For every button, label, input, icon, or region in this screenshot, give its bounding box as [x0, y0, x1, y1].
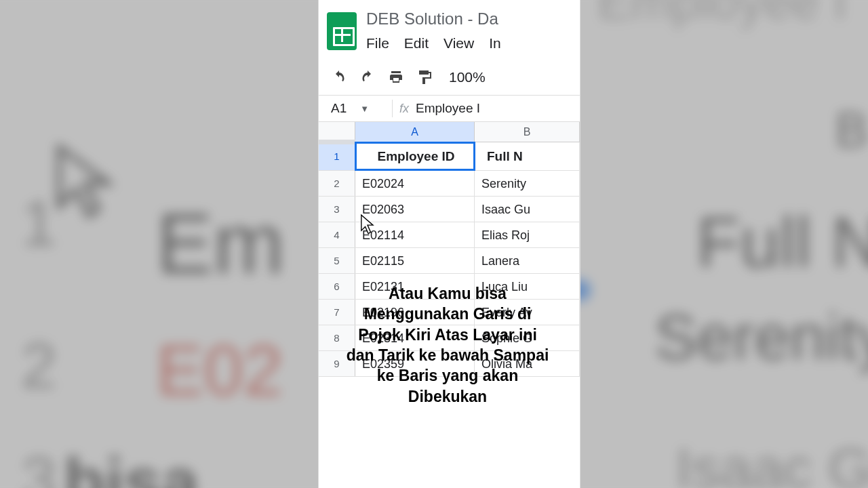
redo-icon[interactable] [359, 70, 376, 85]
row-header-5[interactable]: 5 [319, 248, 355, 273]
row-header-7[interactable]: 7 [319, 300, 355, 325]
table-row: 3 E02063 Isaac Gu [319, 197, 580, 222]
name-box-value: A1 [331, 101, 347, 116]
cell-b3[interactable]: Isaac Gu [475, 197, 580, 222]
freeze-handle[interactable] [319, 140, 355, 144]
name-formula-row: A1 ▼ fx Employee I [319, 95, 580, 122]
formula-bar[interactable]: Employee I [416, 101, 480, 116]
cell-b8[interactable]: Sophie G [475, 325, 580, 350]
cell-a8[interactable]: E02314 [355, 325, 475, 350]
table-row: 1 Employee ID Full N [319, 142, 580, 171]
table-row: 4 E02114 Elias Roj [319, 222, 580, 248]
cell-b7[interactable]: Everly Av [475, 300, 580, 325]
cell-b9[interactable]: Olivia Ma [475, 351, 580, 376]
fx-icon: fx [399, 102, 409, 116]
row-header-1[interactable]: 1 [319, 142, 355, 170]
column-headers: A B [319, 122, 580, 142]
row-header-4[interactable]: 4 [319, 222, 355, 247]
row-header-8[interactable]: 8 [319, 325, 355, 350]
cell-a3[interactable]: E02063 [355, 197, 475, 222]
doc-header: DEB Solution - Da File Edit View In [319, 0, 580, 53]
toolbar: 100% [319, 53, 580, 95]
undo-icon[interactable] [331, 70, 347, 85]
table-row: 8 E02314 Sophie G [319, 325, 580, 351]
cell-b2[interactable]: Serenity [475, 171, 580, 196]
row-header-3[interactable]: 3 [319, 197, 355, 222]
table-row: 6 E02131 Luca Liu [319, 274, 580, 300]
cell-b5[interactable]: Lanera [475, 248, 580, 273]
menu-view[interactable]: View [443, 35, 474, 52]
cell-b4[interactable]: Elias Roj [475, 222, 580, 247]
sheets-app-icon[interactable] [327, 12, 357, 50]
name-box[interactable]: A1 ▼ [319, 101, 385, 116]
cell-a6[interactable]: E02131 [355, 274, 475, 299]
menu-insert[interactable]: In [489, 35, 501, 52]
spreadsheet-grid[interactable]: A B 1 Employee ID Full N 2 E02024 Sereni… [319, 122, 580, 377]
menu-edit[interactable]: Edit [404, 35, 429, 52]
cell-b6[interactable]: Luca Liu [475, 274, 580, 299]
table-row: 9 E02359 Olivia Ma [319, 351, 580, 377]
cell-b1[interactable]: Full N [475, 142, 580, 170]
col-header-a[interactable]: A [355, 122, 475, 142]
menu-file[interactable]: File [366, 35, 389, 52]
menu-bar: File Edit View In [366, 35, 572, 52]
doc-title[interactable]: DEB Solution - Da [366, 9, 572, 28]
cell-a4[interactable]: E02114 [355, 222, 475, 247]
row-header-2[interactable]: 2 [319, 171, 355, 196]
cell-a2[interactable]: E02024 [355, 171, 475, 196]
divider [392, 100, 393, 117]
row-header-9[interactable]: 9 [319, 351, 355, 376]
paint-format-icon[interactable] [416, 70, 433, 85]
cell-a1[interactable]: Employee ID [355, 142, 475, 170]
zoom-dropdown[interactable]: 100% [449, 69, 486, 85]
col-header-b[interactable]: B [475, 122, 580, 142]
table-row: 5 E02115 Lanera [319, 248, 580, 274]
table-row: 2 E02024 Serenity [319, 171, 580, 197]
cell-a5[interactable]: E02115 [355, 248, 475, 273]
sheets-panel: DEB Solution - Da File Edit View In 100%… [319, 0, 580, 488]
print-icon[interactable] [388, 70, 404, 85]
name-box-caret-icon: ▼ [360, 104, 369, 114]
cell-a9[interactable]: E02359 [355, 351, 475, 376]
row-header-6[interactable]: 6 [319, 274, 355, 299]
cell-a7[interactable]: E02196 [355, 300, 475, 325]
table-row: 7 E02196 Everly Av [319, 300, 580, 325]
select-all-corner[interactable] [319, 122, 355, 142]
